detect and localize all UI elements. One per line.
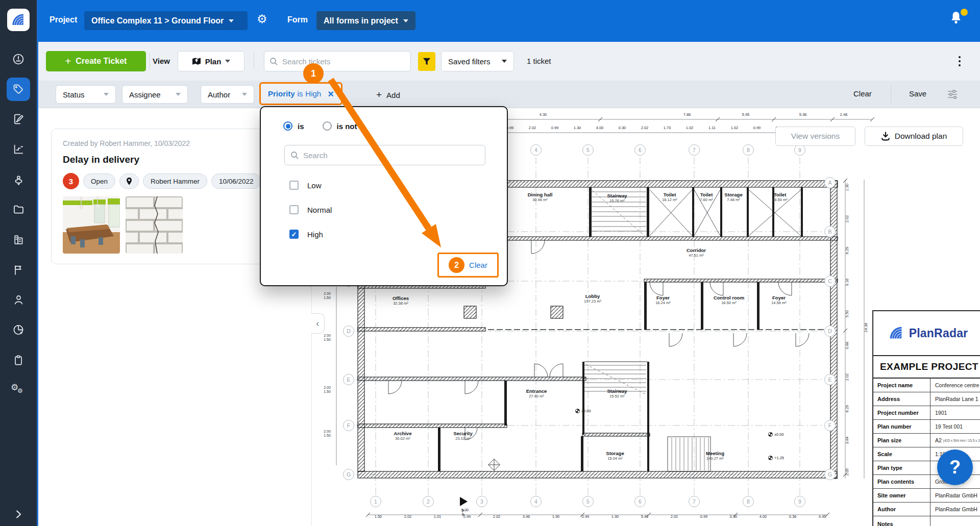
active-nav-highlight [7, 78, 30, 101]
search-icon [270, 57, 278, 66]
plus-icon: + [376, 89, 382, 101]
add-filter-button[interactable]: + Add [376, 89, 400, 101]
filter-chip-priority-active[interactable]: Priority is High × [259, 82, 342, 105]
title-block-row-label: Plan size [873, 434, 930, 447]
option-search-input[interactable] [303, 151, 479, 160]
priority-count-badge: 3 [63, 173, 79, 189]
remove-filter-icon[interactable]: × [328, 89, 334, 99]
project-selector[interactable]: Office Complex 11 > Ground Floor [84, 11, 248, 30]
view-mode-selector[interactable]: Plan [178, 51, 244, 71]
title-block-row-value: 19 Test 001 [930, 420, 980, 433]
priority-option-low[interactable]: Low [289, 181, 322, 190]
sidebar-item-dashboard[interactable] [0, 44, 37, 74]
settings-gears-icon: ⚙⚙ [11, 383, 26, 397]
priority-option-label: Low [307, 181, 322, 190]
chevron-right-icon [13, 509, 24, 520]
flag-icon [12, 264, 24, 276]
sidebar-item-statistics[interactable] [0, 134, 37, 164]
project-settings-gear-icon[interactable]: ⚙ [257, 12, 267, 26]
app-header: Project Office Complex 11 > Ground Floor… [38, 0, 980, 42]
form-label: Form [287, 15, 308, 24]
sidebar-item-forms[interactable] [0, 104, 37, 134]
title-block-row: Site ownerPlanRadar GmbH [873, 489, 980, 503]
ticket-photo-brick-wall[interactable] [126, 196, 183, 254]
plan-size-note: (425 x 594 mm / 15.5 x 23.4 in) [943, 439, 980, 442]
chevron-down-icon [176, 93, 181, 96]
saved-filters-selector[interactable]: Saved filters [441, 51, 514, 71]
location-pin-icon [126, 177, 132, 185]
sidebar-item-reports[interactable] [0, 255, 37, 285]
download-plan-button[interactable]: Download plan [865, 127, 963, 146]
sidebar-item-contacts[interactable] [0, 285, 37, 315]
filter-chip-assignee[interactable]: Assignee [122, 85, 188, 104]
checkbox-icon[interactable] [289, 181, 299, 190]
pie-chart-icon [12, 323, 25, 336]
sidebar-item-tasks[interactable] [0, 345, 37, 375]
clear-filters-button[interactable]: Clear [853, 89, 872, 98]
priority-option-normal[interactable]: Normal [289, 205, 332, 214]
sidebar: ⚙⚙ [0, 0, 38, 526]
sidebar-item-projects[interactable] [0, 224, 37, 255]
priority-option-high[interactable]: ✓High [289, 230, 323, 239]
title-block-row: Notes [873, 516, 980, 526]
clipboard-icon [12, 354, 24, 366]
search-tickets-input[interactable] [282, 57, 405, 66]
sidebar-nav: ⚙⚙ [0, 44, 37, 405]
filter-chip-status[interactable]: Status [56, 85, 116, 104]
notifications-bell-button[interactable] [948, 10, 967, 29]
chevron-left-icon: ‹ [316, 318, 319, 329]
chevron-down-icon [104, 93, 109, 96]
sidebar-item-site-map[interactable] [0, 164, 37, 194]
create-ticket-button[interactable]: + Create Ticket [46, 51, 146, 71]
status-badge: Open [83, 173, 115, 189]
title-block-row: Project nameConference centre [873, 379, 980, 392]
more-options-kebab-button[interactable] [954, 54, 965, 68]
ticket-title: Delay in delivery [63, 154, 268, 165]
form-selector[interactable]: All forms in project [316, 11, 415, 30]
title-block-row: AuthorPlanRadar GmbH [873, 503, 980, 516]
checkbox-checked-icon[interactable]: ✓ [289, 230, 299, 239]
sidebar-item-analytics[interactable] [0, 315, 37, 345]
ticket-count: 1 ticket [527, 57, 551, 65]
sidebar-expand-button[interactable] [0, 509, 37, 520]
view-versions-button[interactable]: View versions [775, 127, 855, 146]
title-block-row: AddressPlanRadar Lane 1 [873, 392, 980, 406]
chevron-down-icon [242, 93, 247, 96]
title-block-row-value: Conference centre [930, 379, 980, 392]
help-button[interactable]: ? [937, 449, 973, 485]
filter-chip-author[interactable]: Author [201, 85, 254, 104]
plus-icon: + [65, 56, 71, 67]
download-icon [881, 132, 890, 141]
title-block-row-value: PlanRadar GmbH [930, 489, 980, 502]
radio-is-not[interactable] [323, 121, 332, 131]
radio-is[interactable] [283, 121, 292, 131]
filter-toggle-button[interactable] [418, 52, 435, 71]
ticket-photo-meeting-room[interactable] [63, 196, 120, 254]
title-block-row-label: Plan type [873, 461, 930, 474]
collapse-panel-button[interactable]: ‹ [311, 313, 325, 334]
save-filter-button[interactable]: Save [909, 89, 926, 98]
clear-filter-button[interactable]: 2 Clear [437, 253, 499, 278]
assignee-badge: Robert Hammer [143, 173, 207, 189]
ticket-card[interactable]: Created by Robert Hammer, 10/03/2022 Del… [51, 129, 280, 264]
sidebar-item-documents[interactable] [0, 194, 37, 224]
step-2-badge: 2 [449, 257, 464, 273]
title-block-row-value: PlanRadar Lane 1 [930, 392, 980, 406]
title-block-row-label: Plan number [873, 420, 930, 433]
filter-settings-sliders-icon[interactable] [947, 89, 958, 100]
ticket-created-info: Created by Robert Hammer, 10/03/2022 [63, 139, 268, 147]
folder-icon [12, 203, 25, 216]
title-block-heading: EXAMPLE PROJECT [873, 356, 980, 379]
title-block-row-label: Site owner [873, 489, 930, 502]
main-content: Created by Robert Hammer, 10/03/2022 Del… [38, 108, 980, 526]
search-icon [290, 151, 299, 160]
divider [150, 53, 150, 69]
planradar-logo[interactable] [7, 9, 30, 31]
checkbox-icon[interactable] [289, 205, 299, 214]
sidebar-item-tickets[interactable] [0, 74, 37, 104]
svg-text:A-A: A-A [461, 509, 465, 516]
sidebar-item-settings[interactable]: ⚙⚙ [0, 375, 37, 405]
title-block-row-label: Author [873, 503, 930, 516]
buildings-icon [12, 233, 25, 246]
option-search [284, 145, 485, 165]
